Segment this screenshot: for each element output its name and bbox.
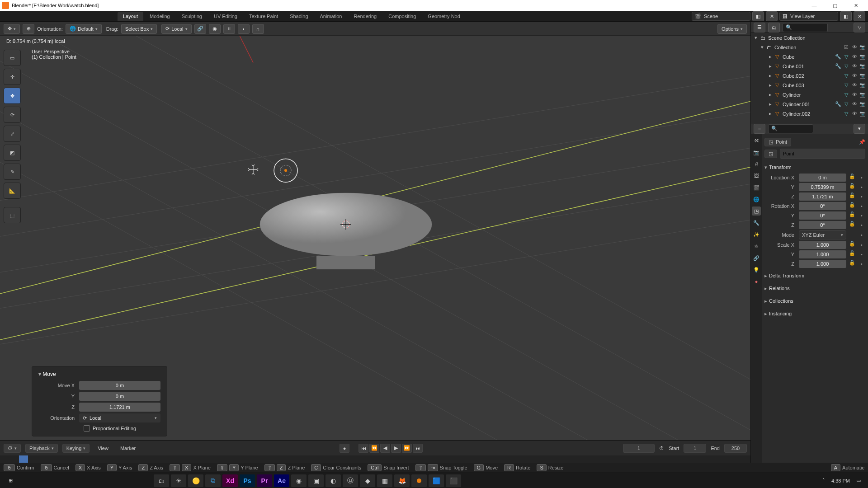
app-xd[interactable]: Xd — [222, 474, 238, 487]
timeline-playback[interactable]: Playback ▾ — [25, 444, 58, 453]
scale-y-field[interactable]: 1.000 — [799, 250, 846, 258]
jump-end-button[interactable]: ⏭ — [413, 444, 423, 453]
system-tray[interactable]: ˄ 4:38 PM ▭ — [822, 478, 865, 483]
tab-world[interactable]: 🌐 — [752, 195, 761, 204]
viewlayer-browse-button[interactable]: ◧ — [840, 11, 852, 21]
drag-selector[interactable]: Select Box ▾ — [121, 24, 157, 34]
outliner-filter-button[interactable]: ▽ — [854, 23, 865, 33]
camera-icon[interactable]: 📷 — [859, 54, 866, 60]
window-close-button[interactable]: ✕ — [845, 0, 866, 11]
location-y-field[interactable]: 0.75399 m — [799, 183, 846, 191]
app-generic-2[interactable]: ◆ — [360, 474, 375, 487]
play-reverse-button[interactable]: ◀ — [380, 444, 390, 453]
wrench-icon[interactable]: 🔧 — [835, 63, 842, 69]
tab-object[interactable]: ◳ — [752, 206, 761, 216]
playhead[interactable] — [19, 455, 28, 463]
app-figma[interactable]: ◉ — [291, 474, 307, 487]
properties-editor-selector[interactable]: ≡ — [754, 124, 765, 134]
wrench-icon[interactable]: 🔧 — [835, 101, 842, 107]
transform-pivot-button[interactable]: ⊕ — [23, 24, 34, 34]
app-explorer[interactable]: 🗂 — [154, 474, 169, 487]
local-view-selector[interactable]: ⟳ Local ▾ — [161, 24, 191, 34]
outliner-tree[interactable]: ▾ 🗀 Scene Collection ▾ 🗀 Collection ☑👁📷 … — [751, 33, 868, 123]
exclude-checkbox[interactable]: ☑ — [843, 44, 850, 50]
lock-icon[interactable]: 🔓 — [848, 241, 856, 249]
app-photoshop[interactable]: Ps — [240, 474, 255, 487]
tab-physics[interactable]: ⚛ — [752, 242, 761, 251]
falloff-button[interactable]: ∩ — [252, 24, 264, 34]
window-minimize-button[interactable]: — — [804, 0, 825, 11]
orientation-selector[interactable]: 🌐 Default ▾ — [66, 24, 102, 34]
app-generic-3[interactable]: ▦ — [377, 474, 392, 487]
tool-annotate[interactable]: ✎ — [4, 164, 21, 180]
snap-settings-button[interactable]: ⌗ — [223, 24, 235, 34]
mesh-data-icon[interactable]: ▽ — [843, 92, 850, 98]
mesh-data-icon[interactable]: ▽ — [843, 73, 850, 79]
jump-start-button[interactable]: ⏮ — [359, 444, 368, 453]
camera-icon[interactable]: 📷 — [859, 111, 866, 117]
lock-icon[interactable]: 🔓 — [848, 250, 856, 258]
autokey-toggle[interactable]: ● — [340, 444, 349, 453]
tray-chevron-icon[interactable]: ˄ — [822, 478, 825, 483]
properties-search[interactable]: 🔍 — [768, 124, 813, 133]
tab-sculpting[interactable]: Sculpting — [176, 12, 208, 21]
scene-browse-button[interactable]: ◧ — [752, 11, 764, 21]
tool-add-cube[interactable]: ⬚ — [4, 207, 21, 223]
tool-scale[interactable]: ⤢ — [4, 126, 21, 142]
scale-x-field[interactable]: 1.000 — [799, 241, 846, 249]
tab-render[interactable]: 📷 — [752, 148, 761, 157]
viewlayer-selector[interactable]: 🖼 View Layer — [779, 12, 838, 21]
snap-button[interactable]: 🔗 — [194, 24, 206, 34]
outliner-collection[interactable]: ▾ 🗀 Collection ☑👁📷 — [751, 42, 868, 52]
rotation-x-field[interactable]: 0° — [799, 202, 846, 210]
scene-selector[interactable]: 🎬 Scene — [692, 12, 750, 21]
tab-animation[interactable]: Animation — [315, 12, 348, 21]
camera-icon[interactable]: 📷 — [859, 63, 866, 69]
app-blender[interactable] — [411, 474, 427, 487]
tab-texture-paint[interactable]: Texture Paint — [244, 12, 283, 21]
tool-select-box[interactable]: ▭ — [4, 50, 21, 66]
app-chrome[interactable]: 🟡 — [188, 474, 203, 487]
outliner-item[interactable]: ▸▽Cylinder.002▽👁📷 — [751, 109, 868, 118]
section-relations[interactable]: Relations — [764, 283, 865, 293]
rotation-mode-dropdown[interactable]: XYZ Euler▾ — [799, 230, 846, 239]
outliner-item[interactable]: ▸▽Cylinder.001🔧▽👁📷 — [751, 99, 868, 109]
options-dropdown[interactable]: Options ▾ — [717, 24, 747, 34]
eye-icon[interactable]: 👁 — [851, 82, 858, 88]
start-button[interactable]: ⊞ — [3, 474, 18, 487]
timeline-marker[interactable]: Marker — [117, 444, 139, 453]
mesh-data-icon[interactable]: ▽ — [843, 101, 850, 107]
eye-icon[interactable]: 👁 — [851, 73, 858, 79]
rotation-y-field[interactable]: 0° — [799, 211, 846, 220]
lock-icon[interactable]: 🔓 — [848, 211, 856, 220]
mesh-data-icon[interactable]: ▽ — [843, 111, 850, 117]
timeline-view[interactable]: View — [94, 444, 112, 453]
lock-icon[interactable]: 🔓 — [848, 260, 856, 268]
eye-icon[interactable]: 👁 — [851, 111, 858, 117]
proportional-edit-button[interactable]: ◉ — [209, 24, 221, 34]
app-after-effects[interactable]: Ae — [274, 474, 289, 487]
tab-layout[interactable]: Layout — [118, 12, 143, 21]
location-x-field[interactable]: 0 m — [799, 174, 846, 182]
tab-compositing[interactable]: Compositing — [383, 12, 421, 21]
app-davinci[interactable]: ◐ — [326, 474, 341, 487]
current-frame-field[interactable]: 1 — [623, 444, 655, 453]
pin-icon[interactable]: 📌 — [859, 139, 865, 145]
app-weather[interactable]: ☀ — [171, 474, 186, 487]
tray-notifications-icon[interactable]: ▭ — [856, 478, 861, 483]
scale-z-field[interactable]: 1.000 — [799, 260, 846, 268]
tab-data[interactable]: 💡 — [752, 265, 761, 274]
eye-icon[interactable]: 👁 — [851, 63, 858, 69]
op-proportional-checkbox[interactable]: Proportional Editing — [84, 425, 160, 432]
app-unreal[interactable]: ⓤ — [343, 474, 358, 487]
mode-selector[interactable]: ✥ ▾ — [4, 24, 20, 34]
section-collections[interactable]: Collections — [764, 296, 865, 306]
os-taskbar[interactable]: ⊞ 🗂 ☀ 🟡 ⧉ Xd Ps Pr Ae ◉ ▣ ◐ ⓤ ◆ ▦ 🦊 🟦 ⬛ … — [0, 473, 868, 488]
eye-icon[interactable]: 👁 — [851, 92, 858, 98]
timeline-editor-selector[interactable]: ⏱ ▾ — [4, 444, 21, 453]
app-generic-1[interactable]: ▣ — [308, 474, 324, 487]
tool-move[interactable]: ✥ — [4, 88, 21, 104]
camera-icon[interactable]: 📷 — [859, 82, 866, 88]
wrench-icon[interactable]: 🔧 — [835, 54, 842, 60]
tool-rotate[interactable]: ⟳ — [4, 107, 21, 123]
